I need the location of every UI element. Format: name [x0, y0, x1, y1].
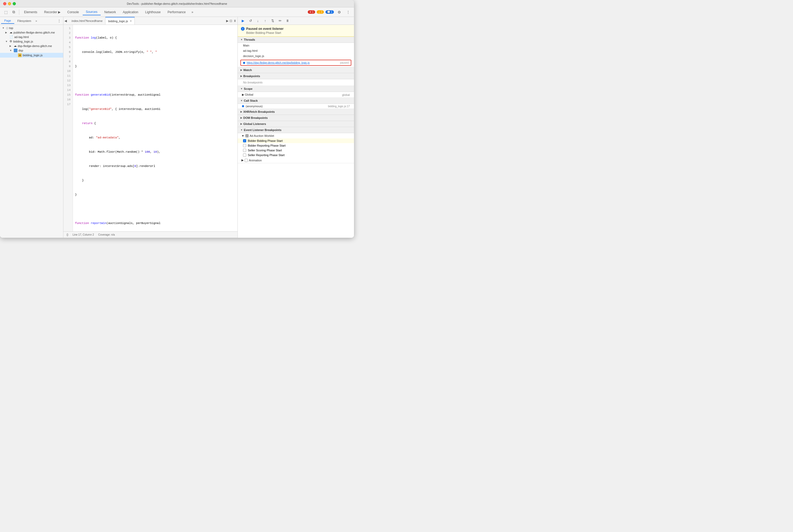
tab-lighthouse[interactable]: Lighthouse [142, 9, 164, 15]
deactivate-breakpoints-button[interactable]: ⏸ [284, 18, 290, 24]
tree-item-top[interactable]: ▼ □ top [0, 26, 63, 30]
animation-checkbox[interactable] [245, 159, 248, 162]
tab-recorder[interactable]: Recorder ▶ [41, 9, 64, 15]
tree-label-dsp-folder: dsp [18, 49, 23, 52]
ad-auction-subsection-header[interactable]: ▼ – Ad Auction Worklet [238, 133, 354, 138]
line-num-17: 17 [65, 102, 71, 107]
tab-network[interactable]: Network [101, 9, 119, 15]
tab-elements[interactable]: Elements [21, 9, 40, 15]
editor-tab-index[interactable]: index.html?fencedframe [69, 17, 106, 24]
sidebar-tab-filesystem[interactable]: Filesystem [14, 18, 35, 23]
seller-scoring-checkbox[interactable] [243, 149, 246, 152]
toolbar-divider-1 [19, 10, 19, 15]
threads-section-header[interactable]: ▼ Threads [238, 37, 354, 43]
close-button[interactable] [3, 2, 6, 5]
editor-tab-close-icon[interactable]: ✕ [130, 20, 132, 22]
warning-badge[interactable]: △ 1 [317, 10, 324, 14]
editor-tab-index-label: index.html?fencedframe [72, 19, 102, 22]
tree-arrow-dsp-demo: ▶ [10, 45, 13, 47]
code-line-11: } [75, 178, 235, 183]
paused-subtitle: Bidder Bidding Phase Start [241, 31, 351, 34]
paused-banner: i Paused on event listener Bidder Biddin… [238, 25, 354, 37]
resume-button[interactable]: ▶ [240, 18, 246, 24]
edit-breakpoints-button[interactable]: ✏ [277, 18, 283, 24]
cursor-icon[interactable]: ⬚ [2, 8, 10, 16]
sidebar-options-button[interactable]: ⋮ [56, 18, 62, 23]
scope-section-header[interactable]: ▼ Scope [238, 86, 354, 92]
sidebar-more-button[interactable]: » [35, 19, 37, 22]
error-icon: ✕ [309, 11, 311, 14]
tree-item-dsp-demo[interactable]: ▶ ☁ dsp-fledge-demo.glitch.me [0, 43, 63, 48]
tree-arrow-publisher: ▶ [5, 31, 8, 34]
step-out-button[interactable]: ↑ [262, 18, 268, 24]
tab-application[interactable]: Application [120, 9, 141, 15]
thread-active-box[interactable]: https://dsp-fledge-demo.glitch.me/dsp/bi… [240, 60, 351, 66]
callstack-arrow: ▼ [240, 99, 243, 102]
step-button[interactable]: ⇅ [269, 18, 276, 24]
scope-arrow: ▼ [240, 88, 243, 90]
seller-scoring-label: Seller Scoring Phase Start [248, 149, 282, 152]
line-num-16: 16 [65, 97, 71, 102]
more-tabs-button[interactable]: » [189, 9, 195, 15]
info-badge[interactable]: 💬 1 [325, 10, 334, 14]
event-seller-scoring[interactable]: Seller Scoring Phase Start [238, 148, 354, 153]
seller-reporting-checkbox[interactable] [243, 153, 246, 157]
editor-nav-back[interactable]: ◀ [64, 19, 67, 23]
sidebar-tab-bar: Page Filesystem » ⋮ [0, 17, 63, 25]
thread-main[interactable]: Main [238, 43, 354, 48]
pause-icon[interactable]: ⏸ [233, 19, 237, 23]
editor-tab-bidding-label: bidding_logic.js [108, 20, 128, 23]
sidebar-tab-page[interactable]: Page [1, 18, 14, 24]
code-line-2: console.log(label, JSON.stringify(o, " "… [75, 50, 235, 54]
code-viewer[interactable]: 1 2 3 4 5 6 7 8 9 10 11 12 13 14 15 16 1… [63, 25, 238, 231]
tree-item-dsp-folder[interactable]: ▼ dsp [0, 48, 63, 53]
breakpoints-section-header[interactable]: ▶ Breakpoints [238, 73, 354, 79]
event-bidder-bidding[interactable]: ✓ Bidder Bidding Phase Start [238, 138, 354, 143]
step-into-button[interactable]: ↓ [254, 18, 261, 24]
thread-decision[interactable]: decision_logic.js [238, 53, 354, 59]
window-controls [3, 2, 16, 5]
settings-button[interactable]: ⚙ [336, 8, 343, 16]
code-line-14: function reportWin(auctionSignals, perBu… [75, 221, 235, 226]
code-line-7: return { [75, 121, 235, 126]
event-listener-section-header[interactable]: ▼ Event Listener Breakpoints [238, 127, 354, 133]
editor-tab-bidding[interactable]: bidding_logic.js ✕ [106, 17, 134, 24]
split-view-icon[interactable]: ⊡ [229, 19, 232, 23]
bidder-reporting-label: Bidder Reporting Phase Start [248, 144, 286, 147]
add-tab-icon[interactable]: ▶ [226, 19, 228, 23]
format-icon[interactable]: {} [67, 233, 69, 236]
tab-performance[interactable]: Performance [164, 9, 189, 15]
callstack-item-anonymous[interactable]: (anonymous) bidding_logic.js:17 [238, 104, 354, 109]
callstack-section-header[interactable]: ▼ Call Stack [238, 98, 354, 104]
event-bidder-reporting[interactable]: Bidder Reporting Phase Start [238, 143, 354, 148]
tree-label-adtag: ad-tag.html [14, 35, 29, 39]
tree-label-dsp-demo: dsp-fledge-demo.glitch.me [18, 44, 52, 48]
tree-item-adtag[interactable]: 📄 ad-tag.html [0, 35, 63, 39]
tree-item-publisher[interactable]: ▶ ☁ publisher-fledge-demo.glitch.me [0, 30, 63, 35]
event-seller-reporting[interactable]: Seller Reporting Phase Start [238, 153, 354, 157]
scope-global[interactable]: ▶ Global global [238, 92, 354, 97]
bidder-reporting-checkbox[interactable] [243, 144, 246, 147]
step-over-button[interactable]: ↺ [247, 18, 253, 24]
global-listeners-section-header[interactable]: ▶ Global Listeners [238, 121, 354, 127]
animation-subsection-header[interactable]: ▶ Animation [238, 157, 354, 163]
error-badge[interactable]: ✕ 1 [308, 10, 315, 14]
ad-auction-checkbox[interactable]: – [245, 134, 249, 137]
xhr-section-header[interactable]: ▶ XHR/fetch Breakpoints [238, 109, 354, 115]
dom-label: DOM Breakpoints [243, 116, 268, 119]
minimize-button[interactable] [8, 2, 11, 5]
dom-section-header[interactable]: ▶ DOM Breakpoints [238, 115, 354, 121]
titlebar: DevTools - publisher-fledge-demo.glitch.… [0, 0, 354, 7]
tree-item-bidding-root[interactable]: ▼ ⚙ bidding_logic.js [0, 39, 63, 43]
device-toggle-icon[interactable]: ⧉ [10, 8, 17, 16]
thread-adtag[interactable]: ad-tag.html [238, 48, 354, 53]
tab-console[interactable]: Console [64, 9, 82, 15]
tree-label-bidding-root: bidding_logic.js [13, 40, 33, 43]
toolbar-right: ✕ 1 △ 1 💬 1 ⚙ ⋮ [308, 8, 352, 16]
bidder-bidding-checkbox[interactable]: ✓ [243, 139, 246, 142]
tab-sources[interactable]: Sources [83, 9, 101, 15]
more-options-button[interactable]: ⋮ [344, 8, 352, 16]
tree-item-bidding-js[interactable]: JS bidding_logic.js [0, 53, 63, 58]
watch-section-header[interactable]: ▶ Watch [238, 67, 354, 73]
maximize-button[interactable] [13, 2, 16, 5]
